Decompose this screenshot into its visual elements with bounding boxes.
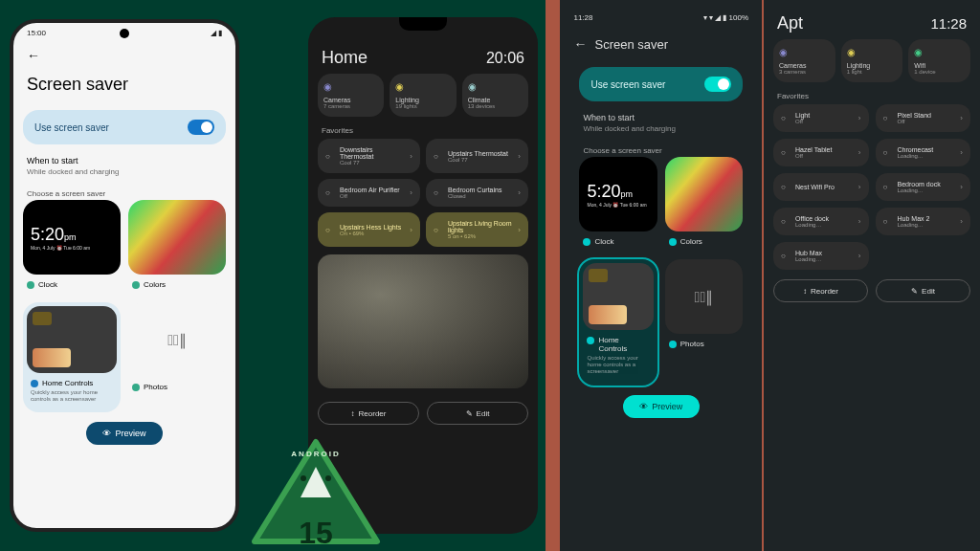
- slideshow-icon: ▭⃞∥: [167, 331, 187, 349]
- status-indicators: ◢ ▮: [211, 29, 222, 37]
- chevron-right-icon: ›: [960, 114, 963, 122]
- device-tile[interactable]: ○Pixel StandOff›: [876, 104, 970, 132]
- preview-button[interactable]: 👁Preview: [86, 422, 163, 445]
- category-tile[interactable]: ◉Cameras3 cameras: [773, 39, 835, 82]
- when-label: When to start: [569, 107, 752, 124]
- device-icon: ○: [325, 152, 335, 161]
- device-icon: ○: [883, 217, 893, 226]
- chevron-right-icon: ›: [410, 152, 412, 161]
- chevron-right-icon: ›: [518, 152, 521, 161]
- tile-photos[interactable]: ▭⃞∥ Photos: [665, 259, 743, 386]
- tile-home-controls[interactable]: Home Controls Quickly access your home c…: [23, 302, 121, 412]
- device-tile[interactable]: ○Hazel TabletOff›: [773, 139, 868, 166]
- pencil-icon: ✎: [466, 409, 473, 418]
- photos-preview: ▭⃞∥: [128, 302, 226, 377]
- chevron-right-icon: ›: [858, 183, 861, 191]
- toggle-label: Use screen saver: [34, 122, 109, 133]
- category-icon: ◉: [847, 47, 898, 60]
- choose-label: Choose a screen saver: [13, 184, 235, 200]
- device-tile[interactable]: ○Downstairs ThermostatCool 77›: [318, 139, 420, 173]
- tile-clock[interactable]: 5:20pm Mon, 4 July ⏰ Tue 6:00 am Clock: [23, 200, 121, 295]
- back-icon[interactable]: ←: [573, 36, 587, 52]
- device-icon: ○: [781, 252, 791, 260]
- svg-point-2: [301, 475, 306, 481]
- tile-colors[interactable]: Colors: [665, 157, 743, 252]
- device-tile[interactable]: ○Bedroom dockLoading…›: [876, 173, 970, 201]
- category-tile[interactable]: ◉Lighting19 lights: [390, 74, 456, 117]
- badge-brand: ANDROID: [249, 450, 383, 458]
- device-icon: ○: [883, 114, 893, 122]
- device-icon: ○: [883, 148, 893, 157]
- tile-home-controls[interactable]: Home Controls Quickly access your home c…: [579, 259, 657, 386]
- preview-button[interactable]: 👁Preview: [623, 395, 700, 418]
- device-tile[interactable]: ○Bedroom CurtainsClosed›: [426, 179, 528, 207]
- category-tile[interactable]: ◉Climate13 devices: [462, 74, 528, 117]
- device-icon: ○: [781, 217, 791, 226]
- favorites-label: Favorites: [773, 82, 970, 104]
- tile-colors[interactable]: Colors: [128, 200, 226, 295]
- category-icon: ◉: [323, 81, 378, 95]
- reorder-icon: ↕: [351, 409, 355, 418]
- reorder-button[interactable]: ↕Reorder: [318, 402, 419, 425]
- chevron-right-icon: ›: [518, 226, 521, 234]
- screensaver-grid: 5:20pm Mon, 4 July ⏰ Tue 6:00 am Clock C…: [13, 200, 235, 412]
- status-time: 15:00: [27, 29, 46, 37]
- use-screensaver-toggle[interactable]: Use screen saver: [579, 67, 743, 101]
- category-tile[interactable]: ◉Lighting1 light: [841, 39, 903, 82]
- column-apt-home: Apt 11:28 ◉Cameras3 cameras◉Lighting1 li…: [764, 0, 980, 551]
- category-icon: ◉: [914, 47, 965, 60]
- chevron-right-icon: ›: [960, 183, 963, 191]
- chevron-right-icon: ›: [410, 188, 412, 197]
- category-tile[interactable]: ◉Wifi1 device: [908, 39, 970, 82]
- svg-point-3: [325, 475, 331, 481]
- device-tile[interactable]: ○LightOff›: [773, 104, 868, 132]
- edit-button[interactable]: ✎Edit: [876, 279, 970, 302]
- page-title: Screen saver: [594, 37, 668, 52]
- device-icon: ○: [325, 226, 335, 234]
- device-icon: ○: [325, 188, 335, 197]
- home-clock: 20:06: [486, 50, 524, 67]
- slideshow-icon: ▭⃞∥: [695, 288, 714, 306]
- reorder-button[interactable]: ↕Reorder: [773, 279, 868, 302]
- apt-title: Apt: [777, 13, 803, 33]
- toggle-switch-icon[interactable]: [704, 77, 731, 92]
- device-grid: ○Downstairs ThermostatCool 77›○Upstairs …: [308, 139, 538, 247]
- edit-button[interactable]: ✎Edit: [427, 402, 528, 425]
- device-icon: ○: [434, 188, 443, 197]
- favorites-label: Favorites: [308, 117, 538, 139]
- device-icon: ○: [781, 183, 791, 191]
- chevron-right-icon: ›: [858, 148, 861, 157]
- when-sub: While docked and charging: [569, 124, 752, 141]
- device-tile[interactable]: ○Office dockLoading…›: [773, 208, 868, 235]
- chevron-right-icon: ›: [960, 148, 963, 157]
- device-tile[interactable]: ○ChromecastLoading…›: [876, 139, 970, 166]
- tile-photos[interactable]: ▭⃞∥ Photos: [128, 302, 226, 412]
- when-to-start-label: When to start: [13, 150, 235, 167]
- notch: [399, 17, 447, 31]
- chevron-right-icon: ›: [858, 114, 861, 122]
- device-tile[interactable]: ○Hub MaxLoading…›: [773, 242, 868, 270]
- chevron-right-icon: ›: [518, 188, 521, 197]
- category-icon: ◉: [395, 81, 450, 95]
- device-icon: ○: [781, 148, 791, 157]
- camera-dot: [120, 29, 129, 38]
- pencil-icon: ✎: [911, 287, 918, 296]
- device-tile[interactable]: ○Hub Max 2Loading…›: [876, 208, 970, 235]
- toggle-switch-icon[interactable]: [188, 120, 214, 135]
- device-tile[interactable]: ○Upstairs Living Room lights5 on • 62%›: [426, 212, 528, 247]
- chevron-right-icon: ›: [960, 217, 963, 226]
- device-icon: ○: [434, 226, 443, 234]
- back-icon[interactable]: ←: [27, 48, 40, 63]
- device-tile[interactable]: ○Bedroom Air PurifierOff›: [318, 179, 420, 207]
- android-15-badge: ANDROID 15: [249, 436, 383, 551]
- category-row: ◉Cameras7 cameras◉Lighting19 lights◉Clim…: [308, 74, 538, 117]
- device-tile[interactable]: ○Upstairs Hess LightsOn • 69%›: [318, 212, 420, 247]
- use-screensaver-toggle[interactable]: Use screen saver: [23, 110, 226, 144]
- device-tile[interactable]: ○Upstairs ThermostatCool 77›: [426, 139, 528, 173]
- eye-icon: 👁: [102, 429, 111, 438]
- category-tile[interactable]: ◉Cameras7 cameras: [318, 74, 384, 117]
- device-tile[interactable]: ○Nest Wifi Pro›: [773, 173, 868, 201]
- tile-clock[interactable]: 5:20pmMon, 4 July ⏰ Tue 6:00 am Clock: [579, 157, 657, 252]
- status-bar: 11:28 ▾ ▾ ◢ ▮ 100%: [569, 8, 752, 27]
- ambient-preview: [318, 254, 528, 388]
